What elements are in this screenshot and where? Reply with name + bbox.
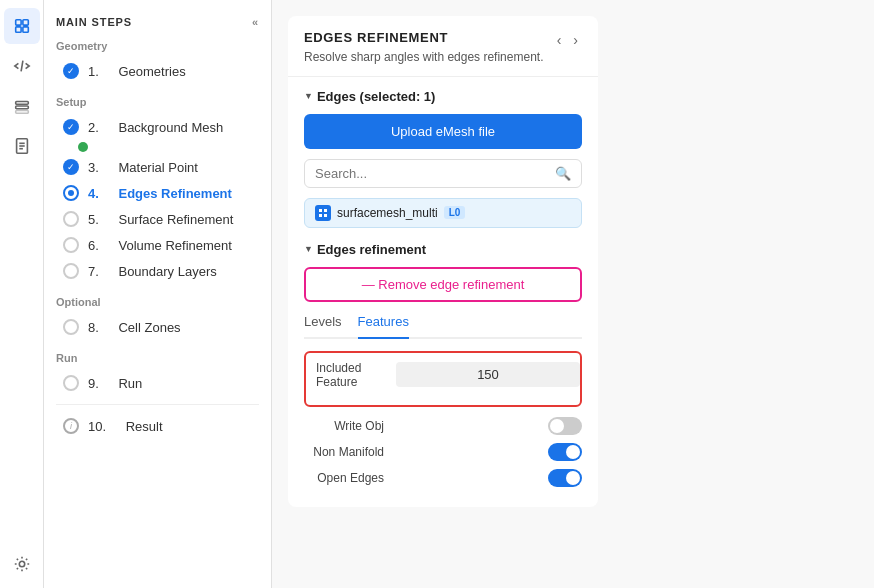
- panel-header: EDGES REFINEMENT Resolve sharp angles wi…: [288, 16, 598, 77]
- step-9-run[interactable]: 9. Run: [56, 370, 259, 396]
- main-steps-panel: MAIN STEPS « Geometry ✓ 1. Geometries Se…: [44, 0, 272, 588]
- tab-levels[interactable]: Levels: [304, 314, 342, 337]
- svg-rect-3: [22, 27, 27, 32]
- step-1-icon: ✓: [62, 62, 80, 80]
- tabs-row: Levels Features: [304, 314, 582, 339]
- svg-rect-2: [15, 27, 20, 32]
- step-3-icon: ✓: [62, 158, 80, 176]
- sidebar-icon-flow[interactable]: [4, 8, 40, 44]
- search-icon: 🔍: [555, 166, 571, 181]
- step-7-boundary-layers[interactable]: 7. Boundary Layers: [56, 258, 259, 284]
- nav-prev[interactable]: ‹: [553, 30, 566, 50]
- panel-body: Edges (selected: 1) Upload eMesh file 🔍 …: [288, 77, 598, 507]
- step-6-icon: [62, 236, 80, 254]
- section-setup: Setup: [56, 96, 259, 108]
- included-feature-label: Included Feature: [316, 361, 396, 389]
- step-2-icon: ✓: [62, 118, 80, 136]
- svg-line-4: [21, 61, 23, 72]
- open-edges-row: Open Edges: [304, 469, 582, 487]
- step-6-volume-refinement[interactable]: 6. Volume Refinement: [56, 232, 259, 258]
- sidebar-icon-code[interactable]: [4, 48, 40, 84]
- step-3-material-point[interactable]: ✓ 3. Material Point: [56, 154, 259, 180]
- edges-section-header: Edges (selected: 1): [304, 89, 582, 104]
- upload-emesh-button[interactable]: Upload eMesh file: [304, 114, 582, 149]
- non-manifold-toggle[interactable]: [548, 443, 582, 461]
- step-7-icon: [62, 262, 80, 280]
- remove-edge-refinement-button[interactable]: — Remove edge refinement: [304, 267, 582, 302]
- panel-title: EDGES REFINEMENT: [304, 30, 543, 45]
- step-4-edges-refinement[interactable]: 4. Edges Refinement: [56, 180, 259, 206]
- step-1-geometries[interactable]: ✓ 1. Geometries: [56, 58, 259, 84]
- remove-btn-label: — Remove edge refinement: [362, 277, 525, 292]
- svg-rect-13: [319, 209, 322, 212]
- section-optional: Optional: [56, 296, 259, 308]
- sidebar-icon-doc[interactable]: [4, 128, 40, 164]
- search-bar: 🔍: [304, 159, 582, 188]
- non-manifold-label: Non Manifold: [304, 445, 384, 459]
- svg-rect-0: [15, 20, 20, 25]
- step-2-background-mesh[interactable]: ✓ 2. Background Mesh: [56, 114, 259, 140]
- settings-icon[interactable]: [4, 552, 40, 588]
- green-dot-indicator: [78, 142, 88, 152]
- step-8-cell-zones[interactable]: 8. Cell Zones: [56, 314, 259, 340]
- svg-point-12: [19, 561, 24, 566]
- included-feature-input[interactable]: [396, 362, 580, 387]
- write-obj-toggle[interactable]: [548, 417, 582, 435]
- svg-rect-7: [15, 111, 28, 114]
- svg-rect-16: [324, 214, 327, 217]
- step-9-icon: [62, 374, 80, 392]
- collapse-icon[interactable]: «: [252, 16, 259, 28]
- tab-features[interactable]: Features: [358, 314, 409, 339]
- right-panel: EDGES REFINEMENT Resolve sharp angles wi…: [272, 0, 874, 588]
- included-feature-row: Included Feature: [316, 361, 570, 389]
- svg-rect-5: [15, 102, 28, 105]
- step-5-surface-refinement[interactable]: 5. Surface Refinement: [56, 206, 259, 232]
- svg-rect-1: [22, 20, 27, 25]
- section-run: Run: [56, 352, 259, 364]
- nav-next[interactable]: ›: [569, 30, 582, 50]
- step-5-icon: [62, 210, 80, 228]
- mesh-tag[interactable]: surfacemesh_multi L0: [304, 198, 582, 228]
- open-edges-label: Open Edges: [304, 471, 384, 485]
- main-steps-title: MAIN STEPS «: [56, 16, 259, 28]
- refinement-section-header: Edges refinement: [304, 242, 582, 257]
- step-10-icon: i: [62, 417, 80, 435]
- step-8-icon: [62, 318, 80, 336]
- included-feature-box: Included Feature: [304, 351, 582, 407]
- icon-sidebar: [0, 0, 44, 588]
- write-obj-row: Write Obj: [304, 417, 582, 435]
- search-input[interactable]: [315, 166, 549, 181]
- svg-rect-15: [319, 214, 322, 217]
- write-obj-label: Write Obj: [304, 419, 384, 433]
- panel-nav: ‹ ›: [553, 30, 582, 50]
- step-10-result[interactable]: i 10. Result: [56, 413, 259, 439]
- lo-badge: L0: [444, 206, 466, 219]
- non-manifold-row: Non Manifold: [304, 443, 582, 461]
- svg-rect-6: [15, 106, 28, 109]
- step-4-icon: [62, 184, 80, 202]
- edges-panel: EDGES REFINEMENT Resolve sharp angles wi…: [288, 16, 598, 507]
- sidebar-icon-layers[interactable]: [4, 88, 40, 124]
- open-edges-toggle[interactable]: [548, 469, 582, 487]
- section-geometry: Geometry: [56, 40, 259, 52]
- svg-rect-14: [324, 209, 327, 212]
- panel-desc: Resolve sharp angles with edges refineme…: [304, 49, 543, 66]
- mesh-icon: [315, 205, 331, 221]
- mesh-name: surfacemesh_multi: [337, 206, 438, 220]
